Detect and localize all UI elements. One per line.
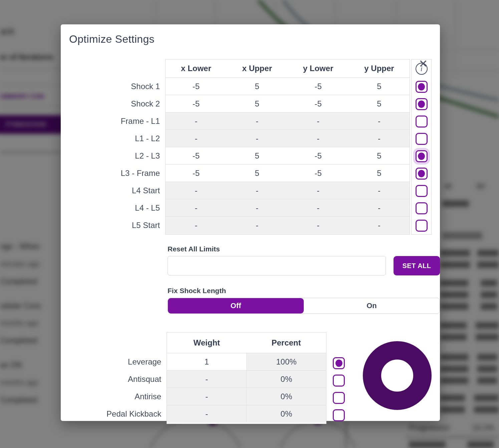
row-enable-checkbox[interactable] xyxy=(333,409,345,421)
limits-table-row: -55-55 xyxy=(166,147,410,165)
limit-value-cell[interactable]: - xyxy=(288,134,349,143)
row-enable-checkbox[interactable] xyxy=(416,150,428,162)
reset-all-label: Reset All Limits xyxy=(168,245,440,253)
row-enable-checkbox[interactable] xyxy=(416,133,428,145)
limits-row-label: L4 - L5 xyxy=(69,199,165,217)
limit-value-cell[interactable]: - xyxy=(166,134,227,143)
weights-table-rows: 1100%-0%-0%-0% xyxy=(167,353,326,423)
weights-table-row: -0% xyxy=(167,405,326,423)
row-enable-checkbox[interactable] xyxy=(416,202,428,214)
limits-row-labels: Shock 1Shock 2Frame - L1L1 - L2L2 - L3L3… xyxy=(69,59,165,235)
reset-all-input[interactable] xyxy=(168,256,386,275)
limit-value-cell[interactable]: - xyxy=(288,203,349,213)
limit-value-cell[interactable]: 5 xyxy=(349,169,410,178)
limit-value-cell[interactable]: - xyxy=(349,186,410,195)
limit-value-cell[interactable]: - xyxy=(288,117,349,126)
limit-value-cell[interactable]: -5 xyxy=(166,169,227,178)
limit-value-cell[interactable]: - xyxy=(349,134,410,143)
limit-value-cell[interactable]: - xyxy=(166,221,227,230)
weight-value-cell[interactable]: - xyxy=(167,371,246,388)
limits-table-row: ---- xyxy=(166,130,410,147)
row-enable-checkbox[interactable] xyxy=(416,220,428,232)
limit-value-cell[interactable]: - xyxy=(227,134,288,143)
limit-value-cell[interactable]: - xyxy=(227,203,288,213)
row-enable-checkbox[interactable] xyxy=(333,375,345,387)
limit-value-cell[interactable]: 5 xyxy=(227,99,288,108)
weight-value-cell[interactable]: - xyxy=(167,405,246,423)
limit-value-cell[interactable]: 5 xyxy=(227,169,288,178)
limit-value-cell[interactable]: 5 xyxy=(227,151,288,161)
limit-value-cell[interactable]: - xyxy=(349,221,410,230)
reset-all-section: Reset All Limits SET ALL xyxy=(168,245,440,275)
weight-value-cell[interactable]: - xyxy=(167,388,246,405)
limit-value-cell[interactable]: - xyxy=(166,117,227,126)
limits-table-row: ---- xyxy=(166,182,410,199)
limit-value-cell[interactable]: - xyxy=(288,221,349,230)
row-enable-checkbox[interactable] xyxy=(416,81,428,93)
limits-row-label: Frame - L1 xyxy=(69,113,165,130)
limits-row-label: Shock 2 xyxy=(69,95,165,113)
limit-value-cell[interactable]: - xyxy=(166,186,227,195)
limits-row-label: L3 - Frame xyxy=(69,165,165,182)
modal-title: Optimize Settings xyxy=(69,33,432,45)
checkbox-slot xyxy=(416,148,428,165)
percent-value-cell: 0% xyxy=(246,371,326,388)
row-enable-checkbox[interactable] xyxy=(333,392,345,404)
checkbox-slot xyxy=(333,389,345,407)
fix-shock-length-toggle: Off On xyxy=(168,298,440,314)
limit-value-cell[interactable]: -5 xyxy=(288,151,349,161)
row-enable-checkbox[interactable] xyxy=(416,168,428,180)
limit-value-cell[interactable]: -5 xyxy=(166,99,227,108)
limit-value-cell[interactable]: - xyxy=(227,221,288,230)
percent-value-cell: 100% xyxy=(246,353,326,370)
limit-value-cell[interactable]: 5 xyxy=(349,99,410,108)
toggle-option-off[interactable]: Off xyxy=(168,298,304,313)
limit-value-cell[interactable]: -5 xyxy=(288,82,349,91)
checkbox-slot xyxy=(416,130,428,148)
limit-value-cell[interactable]: - xyxy=(288,186,349,195)
row-enable-checkbox[interactable] xyxy=(333,357,345,369)
weights-table-row: -0% xyxy=(167,388,326,405)
weight-value-cell[interactable]: 1 xyxy=(167,353,246,370)
checkbox-slot xyxy=(333,407,345,424)
limit-value-cell[interactable]: -5 xyxy=(166,151,227,161)
limits-table-header: x Lower x Upper y Lower y Upper xyxy=(166,59,410,78)
weights-row-labels: LeverageAntisquatAntirisePedal Kickback xyxy=(69,332,167,424)
limit-value-cell[interactable]: -5 xyxy=(288,169,349,178)
weights-table-row: 1100% xyxy=(167,353,326,371)
limit-value-cell[interactable]: -5 xyxy=(166,82,227,91)
limits-row-label: Shock 1 xyxy=(69,78,165,95)
checkbox-slot xyxy=(416,78,428,95)
percent-value-cell: 0% xyxy=(246,388,326,405)
weights-table-row: -0% xyxy=(167,371,326,388)
limit-value-cell[interactable]: - xyxy=(227,117,288,126)
limit-value-cell[interactable]: - xyxy=(349,117,410,126)
limit-value-cell[interactable]: - xyxy=(349,203,410,213)
limit-value-cell[interactable]: 5 xyxy=(349,151,410,161)
column-header: x Lower xyxy=(166,64,227,73)
column-header: Weight xyxy=(167,338,246,348)
limits-table: x Lower x Upper y Lower y Upper -55-55-5… xyxy=(165,59,410,235)
toggle-option-on[interactable]: On xyxy=(304,298,440,313)
limit-value-cell[interactable]: 5 xyxy=(349,82,410,91)
limits-row-label: L4 Start xyxy=(69,182,165,199)
row-enable-checkbox[interactable] xyxy=(416,116,428,128)
limit-value-cell[interactable]: -5 xyxy=(288,99,349,108)
column-header: Percent xyxy=(246,338,326,348)
limits-table-row: ---- xyxy=(166,113,410,130)
weights-row-label: Antirise xyxy=(69,388,167,405)
limits-checkbox-column: i xyxy=(411,59,432,235)
row-enable-checkbox[interactable] xyxy=(416,185,428,197)
weights-section: LeverageAntisquatAntirisePedal Kickback … xyxy=(69,332,432,424)
limit-value-cell[interactable]: - xyxy=(166,203,227,213)
limit-value-cell[interactable]: - xyxy=(227,186,288,195)
close-icon[interactable]: ✕ xyxy=(416,56,431,71)
row-enable-checkbox[interactable] xyxy=(416,98,428,110)
weights-table: Weight Percent 1100%-0%-0%-0% xyxy=(167,332,326,424)
checkbox-slot xyxy=(416,113,428,130)
limit-value-cell[interactable]: 5 xyxy=(227,82,288,91)
limits-row-label: L1 - L2 xyxy=(69,130,165,147)
optimize-settings-modal: Optimize Settings ✕ Shock 1Shock 2Frame … xyxy=(61,24,440,421)
set-all-button[interactable]: SET ALL xyxy=(394,256,440,275)
limits-row-label: L5 Start xyxy=(69,217,165,234)
